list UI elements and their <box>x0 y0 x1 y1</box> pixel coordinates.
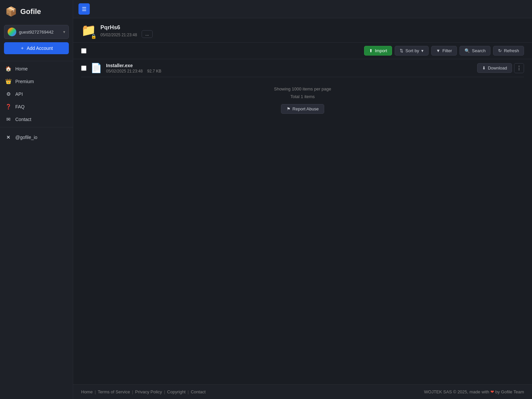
add-account-button[interactable]: ＋ Add Account <box>4 42 69 54</box>
search-icon: 🔍 <box>465 48 470 53</box>
download-label: Download <box>488 66 507 70</box>
more-icon: ⋮ <box>516 65 522 71</box>
folder-header: 📁 🔒 PqrHs6 05/02/2025 21:23:48 ... <box>73 18 532 43</box>
account-name: guest9272769442 <box>19 30 61 35</box>
footer-links: Home | Terms of Service | Privacy Policy… <box>81 389 205 394</box>
filter-label: Filter <box>442 48 452 53</box>
contact-icon: ✉ <box>5 116 11 122</box>
footer-right-text: WOJTEK SAS © 2025, made with <box>424 389 489 394</box>
select-all-checkbox[interactable] <box>81 48 86 54</box>
file-meta: 05/02/2025 21:23:48 92.7 KB <box>106 69 473 73</box>
search-button[interactable]: 🔍 Search <box>460 46 490 56</box>
nav-divider-2 <box>0 127 73 127</box>
folder-more-button[interactable]: ... <box>142 30 153 38</box>
file-icon: 📄 <box>90 63 102 73</box>
file-list: 📄 Installer.exe 05/02/2025 21:23:48 92.7… <box>73 59 532 77</box>
footer-link-copyright[interactable]: Copyright <box>167 389 186 394</box>
download-icon: ⬇ <box>482 66 486 70</box>
file-actions: ⬇ Download ⋮ <box>477 63 524 73</box>
api-icon: ⚙ <box>5 91 11 97</box>
file-details: Installer.exe 05/02/2025 21:23:48 92.7 K… <box>106 63 473 73</box>
flag-icon: ⚑ <box>287 106 291 111</box>
footer-link-terms[interactable]: Terms of Service <box>98 389 130 394</box>
folder-date: 05/02/2025 21:23:48 <box>100 33 137 37</box>
add-account-label: Add Account <box>27 46 53 51</box>
sort-icon: ⇅ <box>400 48 403 53</box>
avatar <box>8 28 16 36</box>
lock-icon: 🔒 <box>91 34 96 39</box>
premium-icon: 👑 <box>5 78 11 84</box>
social-label: @gofile_io <box>15 135 37 140</box>
sidebar-item-contact[interactable]: ✉ Contact <box>0 113 73 126</box>
pagination-info: Showing 1000 items per page Total 1 item… <box>81 85 524 101</box>
folder-icon-wrap: 📁 🔒 <box>81 24 96 39</box>
showing-text: Showing 1000 items per page <box>81 85 524 93</box>
sidebar-item-premium-label: Premium <box>15 79 34 84</box>
sort-button[interactable]: ⇅ Sort by ▾ <box>395 46 428 56</box>
social-link[interactable]: ✕ @gofile_io <box>0 131 73 143</box>
logo-icon: 📦 <box>5 6 17 17</box>
x-icon: ✕ <box>5 135 11 140</box>
account-selector[interactable]: guest9272769442 ▾ <box>4 25 69 39</box>
menu-button[interactable]: ☰ <box>78 3 90 15</box>
footer-sep-1: | <box>95 389 96 394</box>
sidebar-item-faq[interactable]: ❓ FAQ <box>0 100 73 113</box>
sort-label: Sort by <box>405 48 419 53</box>
heart-icon: ❤ <box>490 389 494 394</box>
filter-button[interactable]: ▼ Filter <box>431 46 457 56</box>
footer: Home | Terms of Service | Privacy Policy… <box>73 384 532 399</box>
folder-name: PqrHs6 <box>100 24 137 31</box>
import-label: Import <box>375 48 387 53</box>
sidebar-item-home[interactable]: 🏠 Home <box>0 63 73 75</box>
footer-right: WOJTEK SAS © 2025, made with ❤ by Gofile… <box>424 389 524 394</box>
file-size: 92.7 KB <box>147 69 161 73</box>
content-area: 📁 🔒 PqrHs6 05/02/2025 21:23:48 ... ⬆ Imp… <box>73 18 532 384</box>
refresh-button[interactable]: ↻ Refresh <box>493 46 524 56</box>
hamburger-icon: ☰ <box>82 6 86 12</box>
file-name: Installer.exe <box>106 63 473 68</box>
file-checkbox[interactable] <box>81 66 86 71</box>
import-button[interactable]: ⬆ Import <box>364 46 392 56</box>
app-title: Gofile <box>20 7 41 16</box>
topbar: ☰ <box>73 0 532 18</box>
total-text: Total 1 items <box>81 93 524 100</box>
file-date: 05/02/2025 21:23:48 <box>106 69 143 73</box>
download-button[interactable]: ⬇ Download <box>477 63 512 73</box>
table-row: 📄 Installer.exe 05/02/2025 21:23:48 92.7… <box>81 59 524 77</box>
footer-sep-2: | <box>132 389 133 394</box>
filter-icon: ▼ <box>436 48 441 53</box>
sort-chevron-icon: ▾ <box>421 48 424 53</box>
refresh-label: Refresh <box>504 48 519 53</box>
footer-suffix: by Gofile Team <box>495 389 524 394</box>
plus-icon: ＋ <box>20 45 25 51</box>
sidebar-item-premium[interactable]: 👑 Premium <box>0 75 73 88</box>
pagination-area: Showing 1000 items per page Total 1 item… <box>73 77 532 122</box>
footer-link-contact[interactable]: Contact <box>191 389 206 394</box>
sidebar-item-contact-label: Contact <box>15 117 31 122</box>
report-label: Report Abuse <box>293 106 319 111</box>
sidebar-item-home-label: Home <box>15 66 28 71</box>
file-toolbar: ⬆ Import ⇅ Sort by ▾ ▼ Filter 🔍 Search ↻… <box>73 43 532 59</box>
sidebar-item-api-label: API <box>15 91 23 97</box>
home-icon: 🏠 <box>5 66 11 72</box>
search-label: Search <box>472 48 485 53</box>
chevron-down-icon: ▾ <box>63 30 65 34</box>
faq-icon: ❓ <box>5 104 11 110</box>
folder-info: PqrHs6 05/02/2025 21:23:48 <box>100 24 137 37</box>
main-content: ☰ 📁 🔒 PqrHs6 05/02/2025 21:23:48 ... ⬆ I… <box>73 0 532 399</box>
footer-sep-4: | <box>188 389 189 394</box>
file-more-button[interactable]: ⋮ <box>514 63 524 73</box>
refresh-icon: ↻ <box>498 48 502 53</box>
footer-sep-3: | <box>164 389 165 394</box>
sidebar-item-faq-label: FAQ <box>15 104 25 109</box>
logo-area: 📦 Gofile <box>0 0 73 23</box>
footer-link-privacy[interactable]: Privacy Policy <box>135 389 162 394</box>
footer-link-home[interactable]: Home <box>81 389 93 394</box>
sidebar: 📦 Gofile guest9272769442 ▾ ＋ Add Account… <box>0 0 73 399</box>
report-abuse-button[interactable]: ⚑ Report Abuse <box>281 104 325 114</box>
import-icon: ⬆ <box>369 48 373 53</box>
nav-divider <box>0 61 73 61</box>
sidebar-item-api[interactable]: ⚙ API <box>0 88 73 100</box>
